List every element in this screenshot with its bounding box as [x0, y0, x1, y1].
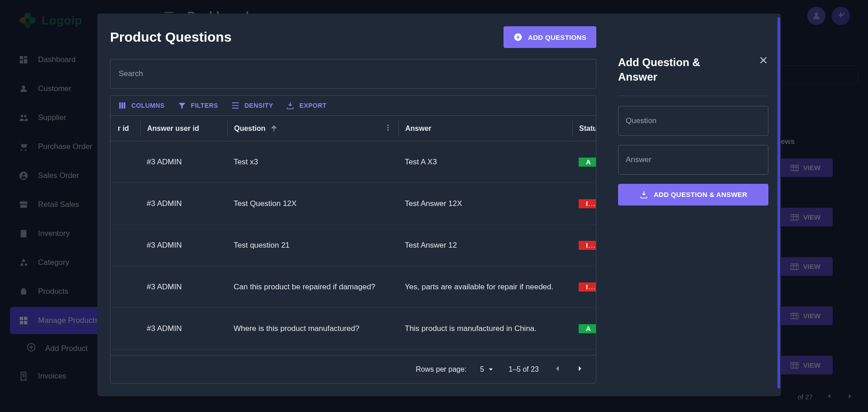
status-badge: IN: [579, 283, 596, 292]
search-input[interactable]: Search: [110, 59, 596, 89]
filters-button[interactable]: FILTERS: [177, 101, 218, 110]
add-questions-button[interactable]: ADD QUESTIONS: [504, 26, 596, 48]
rows-per-page-select[interactable]: 5: [480, 365, 495, 374]
modal: Product Questions ADD QUESTIONS Search C…: [97, 14, 781, 396]
add-question-answer-button[interactable]: ADD QUESTION & ANSWER: [618, 184, 768, 206]
col-header-answer-user-id[interactable]: Answer user id: [140, 120, 227, 137]
svg-point-11: [388, 127, 389, 128]
export-button[interactable]: EXPORT: [286, 101, 326, 110]
col-header-status[interactable]: Status: [572, 120, 596, 137]
grid-toolbar: COLUMNS FILTERS DENSITY EXPORT: [110, 96, 596, 116]
table-row[interactable]: #3 ADMIN Where is this product manufactu…: [110, 308, 596, 350]
close-icon: [758, 55, 768, 65]
filter-icon: [177, 101, 187, 110]
status-badge: IN: [579, 199, 596, 208]
grid-body: #3 ADMIN Test x3 Test A X3 A #3 ADMIN Te…: [110, 141, 596, 355]
download-icon: [639, 190, 648, 199]
svg-point-12: [388, 129, 389, 130]
columns-icon: [118, 101, 127, 110]
grid-header-row: r id Answer user id Question Answer Stat…: [110, 116, 596, 141]
sort-asc-icon: [270, 125, 278, 133]
status-badge: A: [579, 324, 596, 333]
modal-title: Product Questions: [110, 29, 231, 45]
rows-per-page-label: Rows per page:: [416, 365, 466, 374]
page-range: 1–5 of 23: [508, 365, 539, 374]
column-menu-button[interactable]: [384, 124, 392, 134]
status-badge: IN: [579, 241, 596, 250]
table-row[interactable]: #3 ADMIN Test question 21 Test Answer 12…: [110, 225, 596, 266]
page-prev-button[interactable]: [552, 364, 562, 375]
chevron-down-icon: [487, 365, 495, 374]
density-icon: [231, 101, 240, 110]
table-row[interactable]: #3 ADMIN Test x3 Test A X3 A: [110, 141, 596, 183]
density-button[interactable]: DENSITY: [231, 101, 273, 110]
columns-button[interactable]: COLUMNS: [118, 101, 165, 110]
grid-footer: Rows per page: 5 1–5 of 23: [110, 355, 596, 383]
answer-input[interactable]: Answer: [618, 145, 768, 175]
col-header-qid[interactable]: r id: [112, 120, 140, 137]
table-row[interactable]: #3 ADMIN Can this product be repaired if…: [110, 266, 596, 308]
question-input[interactable]: Question: [618, 106, 768, 136]
close-panel-button[interactable]: [758, 55, 768, 67]
page-next-button[interactable]: [575, 364, 585, 375]
plus-circle-icon: [513, 33, 523, 42]
panel-title: Add Question & Answer: [618, 55, 718, 85]
download-icon: [286, 101, 295, 110]
col-header-question[interactable]: Question: [227, 120, 398, 137]
data-grid: COLUMNS FILTERS DENSITY EXPORT r id Answ…: [110, 95, 596, 383]
col-header-answer[interactable]: Answer: [398, 120, 572, 137]
svg-point-10: [388, 125, 389, 126]
status-badge: A: [579, 158, 596, 167]
table-row[interactable]: #3 ADMIN Test Question 12X Test Answer 1…: [110, 183, 596, 225]
